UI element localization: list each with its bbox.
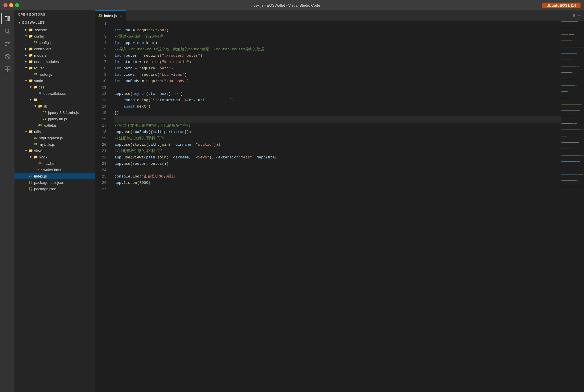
tree-item-config-js[interactable]: ▶ JS config.js (14, 39, 95, 46)
tree-item-wallet-html[interactable]: ▶ <> wallet.html (14, 167, 95, 173)
tree-item-models[interactable]: ▶ 📁 models (14, 52, 95, 58)
svg-point-2 (5, 29, 9, 33)
editor-area: JS index.js ✕ ⊟ ⋯ 1 2 3 4 5 6 7 8 9 10 (95, 10, 584, 392)
line-numbers: 1 2 3 4 5 6 7 8 9 10 11 12 13 14 15 16 1… (95, 21, 110, 392)
tree-item-package-lock[interactable]: ▶ {} package-lock.json (14, 179, 95, 186)
main-layout: OPEN EDITORS ▼ EOSWALLET ▶ 📁 .vscode ▼ 📁… (0, 10, 584, 392)
tree-item-controllers[interactable]: ▶ 📁 controllers (14, 46, 95, 52)
code-line-10: let koaBody = require("koa-body") (114, 78, 561, 84)
code-line-17: //针对于文件上传的时候，可以解析多个字段 (114, 123, 561, 129)
code-line-7: let static = require("koa-static") (114, 59, 561, 65)
code-line-20: app.use(static(path.join(__dirname, "sta… (114, 142, 561, 148)
tree-item-package-json[interactable]: ▶ {} package.json (14, 186, 95, 192)
code-line-25: console.log("正在监听3000端口") (114, 173, 561, 180)
sidebar: OPEN EDITORS ▼ EOSWALLET ▶ 📁 .vscode ▼ 📁… (14, 10, 95, 392)
tree-item-static[interactable]: ▼ 📁 static (14, 77, 95, 84)
svg-rect-10 (8, 67, 10, 69)
tree-item-config[interactable]: ▼ 📁 config (14, 33, 95, 39)
tree-item-js[interactable]: ▼ 📁 js (14, 97, 95, 103)
tree-item-nav-html[interactable]: ▶ <> nav.html (14, 160, 95, 167)
tree-item-node-modules[interactable]: ▶ 📁 node_modules (14, 58, 95, 65)
tree-item-views[interactable]: ▼ 📁 views (14, 147, 95, 154)
svg-point-5 (9, 42, 10, 43)
code-line-19: //注册静态文件的库到中间件 (114, 135, 561, 142)
tree-item-router[interactable]: ▼ 📁 router (14, 65, 95, 71)
svg-point-6 (5, 45, 7, 46)
code-line-23: app.use(router.routes()) (114, 161, 561, 167)
project-header[interactable]: ▼ EOSWALLET (14, 19, 95, 27)
svg-point-4 (5, 42, 7, 43)
tree-item-utils[interactable]: ▼ 📁 utils (14, 128, 95, 135)
code-line-18: app.use(koaBody({multipart:true})) (114, 129, 561, 135)
code-line-16 (114, 116, 561, 123)
maximize-button[interactable] (15, 3, 19, 7)
tree-item-eoswallet-css[interactable]: ▶ # eoswallet.css (14, 90, 95, 97)
tree-item-lib[interactable]: ▼ 📁 lib (14, 103, 95, 109)
code-line-15: }) (114, 110, 561, 116)
split-editor-icon[interactable]: ⊟ (573, 13, 576, 19)
tab-label: index.js (104, 14, 117, 18)
svg-line-3 (8, 32, 10, 34)
tree-item-vscode[interactable]: ▶ 📁 .vscode (14, 27, 95, 33)
activity-bar (0, 10, 14, 392)
more-actions-icon[interactable]: ⋯ (578, 13, 581, 19)
code-line-6: let router = require("./router/router") (114, 53, 561, 59)
code-line-5: //导入./router/route这个包，赋值给的router就是 ./rou… (114, 46, 561, 53)
code-line-1 (114, 21, 561, 27)
code-line-24 (114, 167, 561, 173)
svg-rect-12 (8, 70, 10, 72)
code-line-3: //通过koa创建一个应用程序 (114, 34, 561, 40)
tree-item-wallet-js[interactable]: ▶ JS wallet.js (14, 122, 95, 128)
editor-content: 1 2 3 4 5 6 7 8 9 10 11 12 13 14 15 16 1… (95, 21, 584, 392)
explorer-activity-icon[interactable] (1, 13, 13, 24)
tree-item-index-js[interactable]: ▶ JS index.js (14, 173, 95, 179)
code-line-21: //注册模板引擎的库到中间件 (114, 148, 561, 154)
code-line-22: app.use(views(path.join(__dirname, "view… (114, 154, 561, 161)
code-line-13: console.log(`${ctx.method} ${ctx.url} ..… (114, 97, 561, 103)
tree-item-myutils[interactable]: ▶ JS myUtils.js (14, 141, 95, 147)
code-line-4: let app = new koa() (114, 40, 561, 46)
git-activity-icon[interactable] (1, 38, 13, 50)
debug-activity-icon[interactable] (1, 51, 13, 62)
code-line-9: let views = require("koa-views") (114, 72, 561, 78)
code-line-14: await next() (114, 103, 561, 110)
tab-index-js[interactable]: JS index.js ✕ (95, 10, 126, 21)
titlebar-right: UbuntuEOS1.2.4 (552, 3, 581, 8)
tabs-bar: JS index.js ✕ ⊟ ⋯ (95, 10, 584, 21)
code-editor[interactable]: let koa = require("koa") //通过koa创建一个应用程序… (110, 21, 561, 392)
titlebar: index.js - EOSWallet - Visual Studio Cod… (0, 0, 584, 10)
code-line-26: app.listen(3000) (114, 180, 561, 186)
svg-rect-9 (5, 67, 7, 69)
window-controls[interactable] (3, 3, 19, 7)
close-button[interactable] (3, 3, 8, 7)
tree-item-jquery-url[interactable]: ▶ JS jquery.url.js (14, 116, 95, 122)
extensions-activity-icon[interactable] (1, 64, 13, 75)
code-line-8: let path = require("path") (114, 65, 561, 72)
tab-js-icon: JS (98, 14, 102, 18)
tree-item-jquery-min[interactable]: ▶ JS jquery-3.3.1.min.js (14, 109, 95, 116)
svg-rect-1 (5, 16, 7, 17)
code-line-2: let koa = require("koa") (114, 27, 561, 34)
window-title: index.js - EOSWallet - Visual Studio Cod… (21, 3, 549, 8)
svg-line-8 (6, 55, 10, 59)
minimize-button[interactable] (9, 3, 13, 7)
code-line-11 (114, 84, 561, 91)
ubuntu-label: UbuntuEOS1.2.4 (542, 3, 581, 8)
open-editors-header[interactable]: OPEN EDITORS (14, 10, 95, 19)
code-line-27 (114, 186, 561, 193)
tab-close-button[interactable]: ✕ (119, 13, 123, 18)
tree-item-httprequest[interactable]: ▶ JS httpRequest.js (14, 135, 95, 141)
code-line-12: app.use(async (ctx, next) => { (114, 91, 561, 97)
minimap (561, 21, 584, 392)
search-activity-icon[interactable] (1, 25, 13, 37)
tree-item-router-js[interactable]: ▶ JS router.js (14, 71, 95, 77)
tree-item-css[interactable]: ▼ 📁 css (14, 84, 95, 90)
svg-rect-11 (5, 70, 7, 72)
tree-item-block[interactable]: ▼ 📁 block (14, 154, 95, 160)
